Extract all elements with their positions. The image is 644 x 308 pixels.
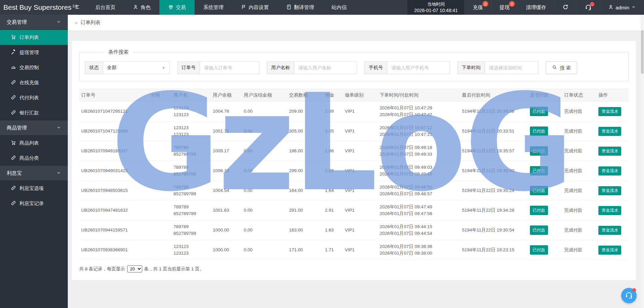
topnav-item-roles[interactable]: 角色 [124, 0, 159, 15]
fund-flow-button[interactable]: 资金流水 [598, 147, 621, 156]
username-line1: 123123 [174, 105, 209, 111]
sidebar-toggle-button[interactable] [68, 0, 87, 15]
order-time-line1: 2026年01月07日 09:36:36 [380, 243, 458, 250]
paid-badge: 已付款 [530, 225, 548, 235]
order-time-input[interactable] [485, 61, 538, 74]
fund-flow-button[interactable]: 资金流水 [598, 246, 621, 255]
cell-status: 完成付款 [562, 181, 596, 201]
sidebar-item-lixibao-options[interactable]: 利息宝选项 [0, 181, 68, 196]
sidebar-item-online-recharge[interactable]: 在线充值 [0, 75, 68, 90]
phone-input[interactable] [387, 61, 450, 74]
select-arrow-icon: ▼ [162, 66, 165, 70]
cell-amount: 209.00 [287, 102, 323, 121]
sidebar-group-trade[interactable]: 交易管理 [0, 15, 68, 30]
topnav-item-translate[interactable]: 翻译管理 [278, 0, 323, 15]
scrollbar-thumb[interactable] [641, 30, 644, 74]
page-title: 订单列表 [80, 19, 100, 26]
topnav-item-home[interactable]: 后台首页 [87, 0, 124, 15]
sidebar-item-withdraw-manage[interactable]: 提现管理 [0, 45, 68, 60]
cell-frozen: 0.00 [242, 161, 287, 181]
pay-time-line2: 2026年01月07日 10:47:42 [380, 111, 458, 118]
sidebar-item-trade-control[interactable]: 交易控制 [0, 60, 68, 75]
withdraw-button[interactable]: 提现 0 [491, 0, 517, 15]
support-button[interactable] [577, 0, 600, 15]
sidebar-item-daifu-list[interactable]: 代付列表 [0, 90, 68, 105]
fund-flow-button[interactable]: 资金流水 [598, 166, 621, 175]
cell-username: 789789 852789789 [171, 141, 211, 161]
table-row: UB2601071047295121 123123 123123 1004.76… [79, 102, 629, 121]
cell-order-time: 2026年01月07日 09:49:03 2026年01月07日 09:49:1… [378, 161, 460, 181]
refresh-button[interactable] [554, 0, 577, 15]
hamburger-icon [75, 4, 80, 11]
cell-group [149, 121, 172, 141]
sidebar-group-lixibao[interactable]: 利息宝 [0, 166, 68, 181]
username-line2: 123123 [174, 131, 209, 138]
per-page-select[interactable]: 20 [127, 265, 142, 272]
local-time-label: 当地时间 [414, 1, 458, 7]
paid-badge: 已付款 [530, 245, 548, 255]
cell-commission: 3.05 [323, 121, 343, 141]
cell-action: 资金流水 [596, 181, 629, 201]
cell-order-no: UB2601070944159571 [79, 220, 149, 240]
topnav-item-trade[interactable]: 交易 [159, 0, 195, 15]
username-line2: 123123 [174, 250, 209, 257]
cell-order-time: 2026年01月07日 09:49:18 2026年01月07日 09:49:3… [378, 141, 460, 161]
main-content: » 订单列表 条件搜索 状态 全部 ▼ 订单号 用户名称 [68, 15, 644, 308]
col-order-time: 下单时间/付款时间 [378, 89, 460, 102]
cell-username: 123123 123123 [171, 121, 211, 141]
search-button[interactable]: 搜 索 [546, 61, 577, 74]
fund-flow-button[interactable]: 资金流水 [598, 206, 621, 215]
col-amount: 交易数额 [287, 89, 323, 102]
sidebar-item-label: 商品列表 [19, 140, 39, 146]
search-button-label: 搜 索 [560, 65, 571, 71]
pagination: 共 8 条记录，每页显示 20 条，共 1 页当前显示第 1 页。 [79, 265, 629, 272]
order-time-line1: 2026年01月07日 10:47:12 [380, 124, 458, 131]
username-input[interactable] [294, 61, 357, 74]
cell-action: 资金流水 [596, 102, 629, 121]
admin-menu[interactable]: admin [600, 0, 644, 15]
recharge-button[interactable]: 充值 0 [464, 0, 491, 15]
sidebar-item-goods-list[interactable]: 商品列表 [0, 136, 68, 151]
cell-group [149, 161, 172, 181]
order-no-filter: 订单号 [177, 61, 259, 74]
cell-paid: 已付款 [528, 141, 562, 161]
col-balance: 用户余额 [211, 89, 242, 102]
gauge-icon [11, 64, 16, 71]
cell-balance: 1001.63 [211, 201, 242, 220]
topbar-spacer [355, 0, 407, 15]
topnav-label: 后台首页 [95, 4, 115, 11]
admin-username: admin [615, 5, 629, 10]
cell-group [149, 201, 172, 220]
topnav-item-messages[interactable]: 站内信 [323, 0, 355, 15]
order-no-input[interactable] [200, 61, 259, 74]
sidebar-item-lixibao-records[interactable]: 利息宝记录 [0, 196, 68, 211]
person-icon [133, 4, 138, 11]
cell-status: 完成付款 [562, 240, 596, 260]
clear-cache-button[interactable]: 清理缓存 [517, 0, 554, 15]
order-no-label: 订单号 [177, 61, 200, 74]
sidebar-item-label: 订单列表 [19, 34, 39, 41]
scrollbar-track[interactable] [641, 15, 644, 308]
cell-frozen: 0.00 [242, 240, 287, 260]
fund-flow-button[interactable]: 资金流水 [598, 226, 621, 235]
sidebar-group-goods[interactable]: 商品管理 [0, 120, 68, 136]
cart-icon [11, 34, 16, 41]
cell-action: 资金流水 [596, 141, 629, 161]
topnav-item-system[interactable]: 系统管理 [195, 0, 232, 15]
fund-flow-button[interactable]: 资金流水 [598, 107, 621, 116]
cell-order-time: 2026年01月07日 09:36:36 2026年01月07日 09:38:0… [378, 240, 460, 260]
topnav-item-content[interactable]: 内容设置 [232, 0, 278, 15]
sidebar-group-label: 商品管理 [7, 125, 27, 131]
sidebar-item-goods-category[interactable]: 商品分类 [0, 151, 68, 166]
cell-order-time: 2026年01月07日 10:47:12 2026年01月07日 10:47:2… [378, 121, 460, 141]
sidebar-item-bank-remit[interactable]: 银行汇款 [0, 105, 68, 120]
cell-order-no: UB2601070949031422 [79, 161, 149, 181]
cell-last-pay-time: 5194年11月22日 20:33:51 [460, 121, 528, 141]
status-select[interactable]: 全部 ▼ [103, 61, 170, 74]
fund-flow-button[interactable]: 资金流水 [598, 186, 621, 195]
floating-support-button[interactable] [621, 288, 637, 303]
fund-flow-button[interactable]: 资金流水 [598, 127, 621, 136]
col-action: 操作 [596, 89, 629, 102]
sidebar-item-order-list[interactable]: 订单列表 [0, 30, 68, 45]
order-time-filter: 下单时间 [457, 61, 538, 74]
